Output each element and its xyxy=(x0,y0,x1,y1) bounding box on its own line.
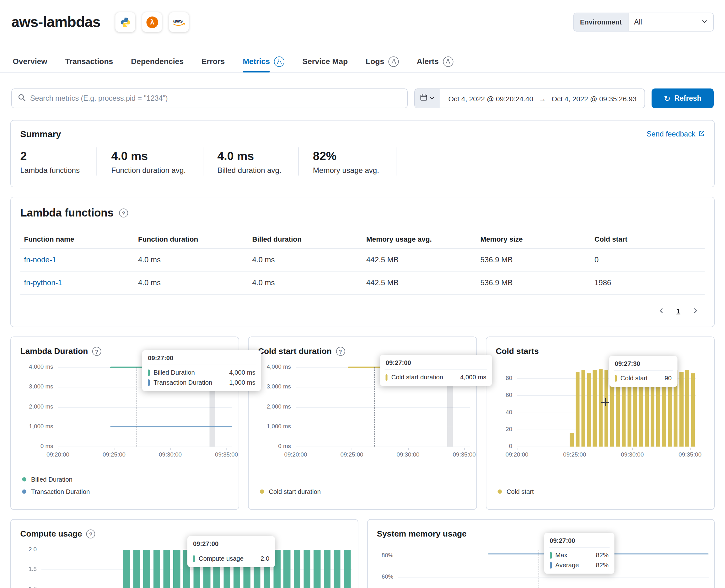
x-axis-label: 09:35:00 xyxy=(211,451,243,458)
chart-bar[interactable] xyxy=(284,550,291,588)
chart-bar[interactable] xyxy=(324,550,331,588)
chart-bar[interactable] xyxy=(173,550,180,588)
chart-bar[interactable] xyxy=(581,370,585,447)
tooltip-row: Billed Duration4,000 ms xyxy=(147,368,256,378)
chart-bar[interactable] xyxy=(691,373,695,447)
cell-function-duration: 4.0 ms xyxy=(134,248,248,271)
tab-metrics[interactable]: Metrics xyxy=(243,50,284,72)
arrow-right-icon xyxy=(539,94,546,103)
y-axis-label: 0 ms xyxy=(11,443,53,449)
series-line xyxy=(110,426,232,428)
column-header-memory-usage[interactable]: Memory usage avg. xyxy=(362,230,476,248)
cell-memory-usage: 442.5 MB xyxy=(362,271,476,295)
chart-legend: Cold start xyxy=(498,488,534,496)
tab-service-map[interactable]: Service Map xyxy=(303,50,348,72)
function-link[interactable]: fn-node-1 xyxy=(24,256,57,264)
stat-label: Billed duration avg. xyxy=(217,166,281,175)
tab-logs[interactable]: Logs xyxy=(366,50,399,72)
chart-bar[interactable] xyxy=(599,369,602,446)
tab-label: Overview xyxy=(13,50,47,72)
chart-bar[interactable] xyxy=(123,550,130,588)
y-axis-label: 4,000 ms xyxy=(11,363,53,370)
help-icon[interactable] xyxy=(336,347,345,356)
chart-bar[interactable] xyxy=(163,550,170,588)
search-icon xyxy=(18,93,26,104)
search-box[interactable] xyxy=(11,88,408,108)
legend-item[interactable]: Cold start xyxy=(498,488,534,496)
stat-value: 4.0 ms xyxy=(111,149,186,163)
summary-panel: Summary Send feedback 2 Lambda functions… xyxy=(11,120,714,188)
crosshair-cursor xyxy=(601,398,609,406)
chart-bar[interactable] xyxy=(313,550,320,588)
legend-item[interactable]: Billed Duration xyxy=(22,476,90,483)
tooltip-title: 09:27:00 xyxy=(147,354,256,365)
y-axis-label: 40 xyxy=(486,409,513,416)
help-icon[interactable] xyxy=(86,530,96,539)
chart-bar[interactable] xyxy=(569,433,574,446)
tab-alerts[interactable]: Alerts xyxy=(417,50,454,72)
chart-bar[interactable] xyxy=(153,550,160,588)
column-header-function-duration[interactable]: Function duration xyxy=(134,230,248,248)
help-icon[interactable] xyxy=(92,347,101,356)
chart-bar[interactable] xyxy=(334,550,340,588)
tooltip-label: Cold start duration xyxy=(391,374,443,381)
chart-tooltip: 09:27:00Cold start duration4,000 ms xyxy=(380,355,492,386)
x-axis-label: 09:30:00 xyxy=(154,451,186,458)
legend-item[interactable]: Cold start duration xyxy=(260,488,321,496)
tooltip-value: 90 xyxy=(651,375,672,382)
x-axis-label: 09:20:00 xyxy=(42,451,74,458)
calendar-menu-button[interactable] xyxy=(415,89,440,108)
chart-bar[interactable] xyxy=(344,550,351,588)
tab-overview[interactable]: Overview xyxy=(13,50,47,72)
send-feedback-link[interactable]: Send feedback xyxy=(646,130,705,139)
chart-legend: Billed DurationTransaction Duration xyxy=(22,476,90,496)
legend-dot xyxy=(260,489,264,494)
function-link[interactable]: fn-python-1 xyxy=(24,279,62,287)
column-header-cold-start[interactable]: Cold start xyxy=(591,230,705,248)
page-number[interactable]: 1 xyxy=(676,307,680,315)
chart-bar[interactable] xyxy=(685,370,689,447)
tab-dependencies[interactable]: Dependencies xyxy=(131,50,184,72)
chart-bar[interactable] xyxy=(143,550,150,588)
legend-label: Transaction Duration xyxy=(31,488,90,496)
date-start[interactable]: Oct 4, 2022 @ 09:20:24.40 xyxy=(448,94,533,103)
chart-tooltip: 09:27:00Compute usage2.0 xyxy=(187,536,275,567)
tooltip-value: 4,000 ms xyxy=(447,374,486,381)
chart-tooltip: 09:27:30Cold start90 xyxy=(609,356,677,387)
chart-bar[interactable] xyxy=(304,550,310,588)
column-header-memory-size[interactable]: Memory size xyxy=(476,230,591,248)
tab-transactions[interactable]: Transactions xyxy=(65,50,113,72)
tooltip-series-chip xyxy=(148,379,150,385)
cell-cold-start: 1986 xyxy=(591,271,705,295)
date-end[interactable]: Oct 4, 2022 @ 09:35:26.93 xyxy=(552,94,637,103)
chart-tooltip: 09:27:00Max82%Average82% xyxy=(544,533,614,574)
legend-item[interactable]: Transaction Duration xyxy=(22,488,90,496)
next-page-button[interactable] xyxy=(690,305,701,316)
search-input[interactable] xyxy=(30,94,401,103)
svg-text:aws: aws xyxy=(173,18,183,23)
legend-dot xyxy=(498,489,502,494)
previous-page-button[interactable] xyxy=(656,305,667,316)
chart-bar[interactable] xyxy=(293,550,301,588)
column-header-billed-duration[interactable]: Billed duration xyxy=(248,230,362,248)
x-axis-tick xyxy=(464,448,465,450)
help-icon[interactable] xyxy=(119,209,128,218)
environment-select[interactable]: Environment All xyxy=(574,13,714,32)
chart-bar[interactable] xyxy=(680,372,683,446)
chart-bar[interactable] xyxy=(604,370,608,447)
tooltip-title: 09:27:00 xyxy=(192,540,270,551)
tab-label: Logs xyxy=(366,50,384,72)
column-header-function-name[interactable]: Function name xyxy=(20,230,134,248)
chart-bar[interactable] xyxy=(576,372,579,446)
chart-bar[interactable] xyxy=(593,370,597,447)
x-axis-tick xyxy=(58,448,59,450)
chart-bar[interactable] xyxy=(587,373,591,447)
stat-billed-duration: 4.0 ms Billed duration avg. xyxy=(217,147,299,176)
tab-errors[interactable]: Errors xyxy=(202,50,225,72)
refresh-button[interactable]: Refresh xyxy=(651,88,714,108)
cell-memory-size: 536.9 MB xyxy=(476,248,591,271)
x-axis-label: 09:35:00 xyxy=(674,451,706,458)
chart-bar[interactable] xyxy=(133,550,140,588)
date-range-picker[interactable]: Oct 4, 2022 @ 09:20:24.40 Oct 4, 2022 @ … xyxy=(414,88,645,108)
chart-tooltip: 09:27:00Billed Duration4,000 msTransacti… xyxy=(142,350,261,391)
